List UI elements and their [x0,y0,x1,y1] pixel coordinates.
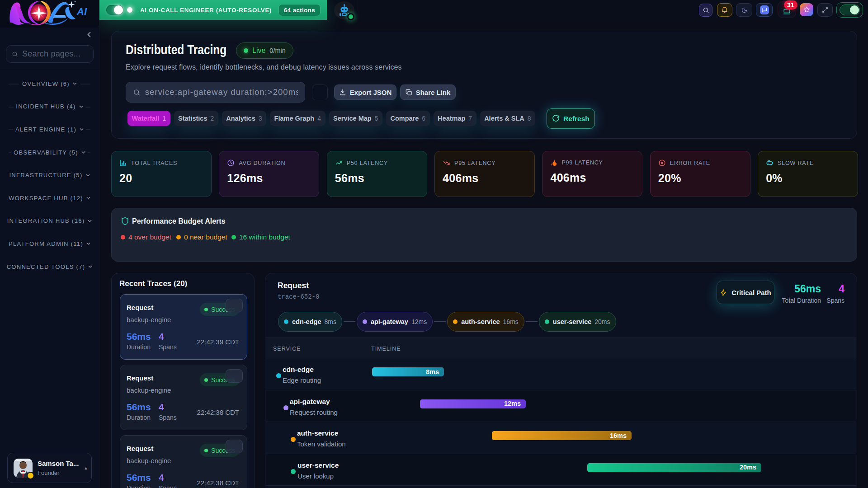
svg-text:AI: AI [76,6,87,17]
